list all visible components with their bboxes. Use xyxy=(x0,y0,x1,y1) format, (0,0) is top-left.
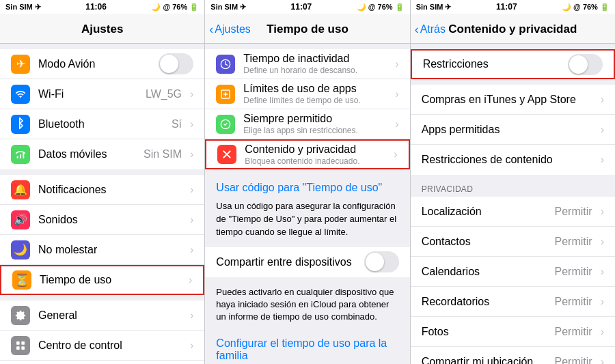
row-bluetooth[interactable]: ᛒ Bluetooth Sí › xyxy=(0,109,204,139)
battery-text-2: 🌙 @ 76% 🔋 xyxy=(357,3,405,12)
svg-rect-5 xyxy=(21,341,25,345)
chevron-tiempouso: › xyxy=(189,274,192,286)
row-limites-apps[interactable]: Límites de uso de apps Define límites de… xyxy=(205,79,409,109)
value-datos: Sin SIM xyxy=(144,148,182,160)
row-sonidos[interactable]: 🔊 Sonidos › xyxy=(0,205,204,235)
chevron-calendarios: › xyxy=(601,266,604,278)
battery-text-3: 🌙 @ 76% 🔋 xyxy=(562,3,610,12)
time-1: 11:06 xyxy=(85,2,107,12)
airplane-icon: ✈ xyxy=(11,55,30,74)
chevron-fotos: › xyxy=(601,326,604,338)
settings-group-top: Compras en iTunes y App Store › Apps per… xyxy=(411,85,615,175)
value-fotos: Permitir xyxy=(555,326,592,338)
row-general[interactable]: General › xyxy=(0,300,204,331)
subtitle-limites: Define límites de tiempo de uso. xyxy=(243,96,391,105)
row-recordatorios[interactable]: Recordatorios Permitir › xyxy=(411,287,615,317)
status-left-3: Sin SIM ✈ xyxy=(416,3,452,12)
row-notificaciones[interactable]: 🔔 Notificaciones › xyxy=(0,175,204,205)
row-apps-permitidas[interactable]: Apps permitidas › xyxy=(411,115,615,145)
label-tiempouso: Tiempo de uso xyxy=(40,274,184,286)
value-wifi: LW_5G xyxy=(146,88,182,100)
label-general: General xyxy=(38,309,186,322)
status-right-2: 🌙 @ 76% 🔋 xyxy=(357,3,405,12)
share-description: Puedes activarlo en cualquier dispositiv… xyxy=(205,283,409,331)
link-familia[interactable]: Configurar el tiempo de uso para la fami… xyxy=(216,337,398,362)
row-pantalla[interactable]: Pantalla y brillo › xyxy=(0,361,204,364)
toggle-knob-avion xyxy=(160,55,178,73)
settings-group-screentime: Tiempo de inactividad Define un horario … xyxy=(205,49,409,169)
row-text-siempre: Siempre permitido Elige las apps sin res… xyxy=(243,113,391,135)
status-bar-2: Sin SIM ✈ 11:07 🌙 @ 76% 🔋 xyxy=(205,0,409,14)
row-text-modo-avion: Modo Avión xyxy=(38,58,159,70)
screentime-icon: ⏳ xyxy=(12,270,31,290)
row-datos-moviles[interactable]: Datos móviles Sin SIM › xyxy=(0,139,204,169)
chevron-notif: › xyxy=(190,184,193,196)
row-fotos[interactable]: Fotos Permitir › xyxy=(411,317,615,347)
bluetooth-icon: ᛒ xyxy=(11,115,30,134)
privacy-section-label: PRIVACIDAD xyxy=(411,180,615,197)
label-recordatorios: Recordatorios xyxy=(422,296,555,308)
back-btn-contenido[interactable]: ‹ Atrás xyxy=(415,23,446,36)
carrier-3: Sin SIM ✈ xyxy=(416,3,452,12)
chevron-compras: › xyxy=(601,94,604,106)
row-text-nomolestar: No molestar xyxy=(38,244,186,256)
time-3: 11:07 xyxy=(496,2,517,12)
chevron-contenido: › xyxy=(394,148,397,160)
panel-title-tiempouso: Tiempo de uso xyxy=(266,23,348,36)
chevron-wifi: › xyxy=(190,88,193,100)
battery-text-1: 🌙 @ 76% 🔋 xyxy=(151,3,199,12)
chevron-localizacion: › xyxy=(601,206,604,218)
status-left-1: Sin SIM ✈ xyxy=(5,3,41,12)
row-text-limites: Límites de uso de apps Define límites de… xyxy=(243,83,391,105)
row-text-notif: Notificaciones xyxy=(38,184,186,196)
back-btn-tiempouso[interactable]: ‹ Ajustes xyxy=(209,23,250,36)
label-siempre: Siempre permitido xyxy=(243,113,391,125)
svg-rect-2 xyxy=(23,152,24,158)
row-no-molestar[interactable]: 🌙 No molestar › xyxy=(0,235,204,265)
label-inactividad: Tiempo de inactividad xyxy=(243,53,391,65)
status-right-3: 🌙 @ 76% 🔋 xyxy=(562,3,610,12)
row-text-tiempouso: Tiempo de uso xyxy=(40,274,184,286)
back-chevron-tiempouso: ‹ xyxy=(209,23,213,36)
notif-icon: 🔔 xyxy=(11,180,30,199)
value-recordatorios: Permitir xyxy=(555,296,592,308)
row-text-wifi: Wi-Fi xyxy=(38,88,146,100)
row-localizacion[interactable]: Localización Permitir › xyxy=(411,197,615,227)
panel-contenido: Sin SIM ✈ 11:07 🌙 @ 76% 🔋 ‹ Atrás Conten… xyxy=(411,0,615,364)
row-wifi[interactable]: Wi-Fi LW_5G › xyxy=(0,79,204,109)
toggle-restricciones[interactable] xyxy=(568,54,603,75)
wifi-icon xyxy=(11,85,30,104)
control-icon xyxy=(11,336,30,355)
label-apps-permitidas: Apps permitidas xyxy=(422,124,597,136)
row-modo-avion[interactable]: ✈ Modo Avión xyxy=(0,49,204,79)
row-restricciones[interactable]: Restricciones xyxy=(411,49,615,79)
row-inactividad[interactable]: Tiempo de inactividad Define un horario … xyxy=(205,49,409,79)
chevron-siempre: › xyxy=(395,118,398,130)
label-limites: Límites de uso de apps xyxy=(243,83,391,95)
chevron-bluetooth: › xyxy=(190,118,193,130)
row-siempre-permitido[interactable]: Siempre permitido Elige las apps sin res… xyxy=(205,109,409,139)
label-bluetooth: Bluetooth xyxy=(38,118,172,130)
row-contactos[interactable]: Contactos Permitir › xyxy=(411,227,615,257)
cellular-icon xyxy=(11,145,30,164)
toggle-modo-avion[interactable] xyxy=(159,53,193,74)
svg-rect-6 xyxy=(16,346,20,350)
row-centro-control[interactable]: Centro de control › xyxy=(0,331,204,361)
link-codigo[interactable]: Usar código para "Tiempo de uso" xyxy=(216,182,398,194)
chevron-sonidos: › xyxy=(190,214,193,226)
row-compartir[interactable]: Compartir entre dispositivos xyxy=(205,247,409,277)
panel-title-contenido: Contenido y privacidad xyxy=(448,23,577,36)
row-restricciones-contenido[interactable]: Restricciones de contenido › xyxy=(411,145,615,175)
row-contenido-privacidad[interactable]: Contenido y privacidad Bloquea contenido… xyxy=(205,139,409,169)
row-compartir-ubicacion[interactable]: Compartir mi ubicación Permitir › xyxy=(411,347,615,364)
row-calendarios[interactable]: Calendarios Permitir › xyxy=(411,257,615,287)
toggle-compartir[interactable] xyxy=(364,251,399,272)
chevron-inactividad: › xyxy=(395,58,398,70)
label-datos: Datos móviles xyxy=(38,148,144,160)
time-2: 11:07 xyxy=(291,2,312,12)
settings-group-share: Compartir entre dispositivos xyxy=(205,247,409,277)
row-tiempo-uso[interactable]: ⏳ Tiempo de uso › xyxy=(0,265,204,295)
limits-icon xyxy=(216,85,235,104)
share-desc-text: Puedes activarlo en cualquier dispositiv… xyxy=(216,287,394,322)
row-compras-itunes[interactable]: Compras en iTunes y App Store › xyxy=(411,85,615,115)
